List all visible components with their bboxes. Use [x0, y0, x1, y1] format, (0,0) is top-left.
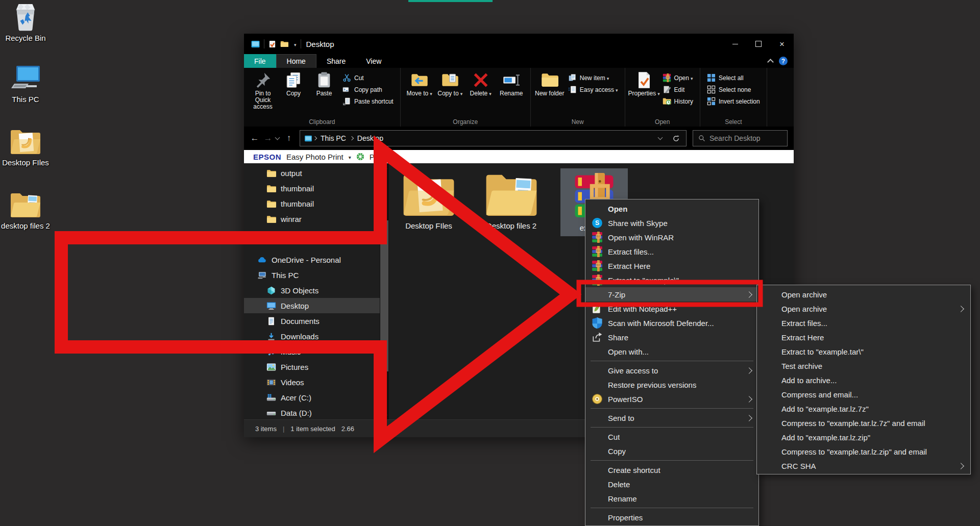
menu-item-add-to-example-tar-lz-7z[interactable]: Add to "example.tar.lz.7z" [757, 402, 970, 416]
scroll-up-icon[interactable] [380, 163, 389, 171]
ribbon-button-cut[interactable]: Cut [340, 72, 396, 83]
menu-item-extract-to-example[interactable]: Extract to "example\" [585, 273, 758, 287]
menu-item-crc-sha[interactable]: CRC SHA [757, 459, 970, 473]
menu-item-rename[interactable]: Rename [585, 491, 758, 506]
sidebar-item-winrar[interactable]: winrar [244, 211, 380, 227]
properties-quick-icon[interactable] [268, 40, 276, 48]
menu-item-add-to-example-tar-lz-zip[interactable]: Add to "example.tar.lz.zip" [757, 430, 970, 444]
menu-item-test-archive[interactable]: Test archive [757, 359, 970, 373]
menu-item-open-with[interactable]: Open with... [585, 344, 758, 359]
ribbon-button-select-none[interactable]: Select none [704, 84, 763, 95]
refresh-icon[interactable] [672, 135, 680, 142]
ribbon-button-move-to[interactable]: Move to [405, 70, 434, 97]
tab-view[interactable]: View [356, 54, 391, 68]
menu-item-open[interactable]: Open [585, 202, 758, 216]
address-bar[interactable]: This PCDesktop [300, 130, 687, 146]
tab-share[interactable]: Share [316, 54, 356, 68]
desktop-icon-desktop-files[interactable]: Desktop FIles [1, 128, 50, 167]
ribbon-button-new-item[interactable]: New item [566, 72, 621, 83]
tab-home[interactable]: Home [276, 54, 316, 68]
menu-item-add-to-archive[interactable]: Add to archive... [757, 373, 970, 387]
new-folder-quick-icon[interactable] [280, 40, 288, 47]
epson-print-icon[interactable] [356, 153, 364, 161]
ribbon-button-invert-selection[interactable]: Invert selection [704, 96, 763, 107]
sidebar-item-videos[interactable]: Videos [244, 374, 380, 390]
menu-item-extract-here[interactable]: Extract Here [585, 259, 758, 273]
menu-item-restore-previous-versions[interactable]: Restore previous versions [585, 378, 758, 392]
tree-scrollbar[interactable] [380, 163, 389, 420]
close-button[interactable]: × [770, 34, 794, 54]
sidebar-item-downloads[interactable]: Downloads [244, 329, 380, 344]
ribbon-button-pin-to-quick-access[interactable]: Pin to Quick access [248, 70, 278, 110]
ribbon-button-copy-to[interactable]: Copy to [435, 70, 465, 97]
sidebar-item-desktop[interactable]: Desktop [244, 298, 380, 313]
file-item-desktop-files[interactable]: Desktop FIles [395, 168, 462, 234]
address-dropdown-caret-icon[interactable] [658, 135, 663, 140]
ribbon-button-edit[interactable]: Edit [660, 84, 696, 95]
desktop-icon-recycle-bin[interactable]: Recycle Bin [1, 3, 50, 42]
sidebar-item-thumbnail[interactable]: thumbnail [244, 196, 380, 211]
menu-item-extract-to-example-tar[interactable]: Extract to "example.tar\" [757, 344, 970, 359]
help-icon[interactable]: ? [779, 57, 788, 65]
ribbon-button-select-all[interactable]: Select all [704, 72, 763, 83]
menu-item-open-archive[interactable]: Open archive [757, 287, 970, 302]
desktop-icon-this-pc[interactable]: This PC [1, 64, 50, 104]
sidebar-item-3d-objects[interactable]: 3D Objects [244, 283, 380, 298]
ribbon-button-copy[interactable]: Copy [279, 70, 308, 97]
menu-item-share[interactable]: Share [585, 330, 758, 344]
menu-item-open-with-winrar[interactable]: Open with WinRAR [585, 230, 758, 244]
menu-item-edit-with-notepad[interactable]: Edit with Notepad++ [585, 302, 758, 316]
epson-dropdown-caret-icon[interactable] [349, 152, 351, 161]
ribbon-button-new-folder[interactable]: New folder [535, 70, 565, 97]
menu-item-cut[interactable]: Cut [585, 430, 758, 444]
sidebar-item-pictures[interactable]: Pictures [244, 359, 380, 374]
sidebar-item-documents[interactable]: Documents [244, 313, 380, 329]
sidebar-item-thumbnail[interactable]: thumbnail [244, 181, 380, 196]
menu-item-extract-files[interactable]: Extract files... [757, 316, 970, 330]
sidebar-item-data-d[interactable]: Data (D:) [244, 405, 380, 420]
scroll-down-icon[interactable] [380, 412, 389, 420]
sidebar-item-output[interactable]: output [244, 165, 380, 181]
customize-toolbar-caret-icon[interactable] [292, 39, 297, 48]
minimize-button[interactable] [723, 34, 747, 54]
ribbon-button-open[interactable]: Open [660, 72, 696, 83]
tab-file[interactable]: File [244, 54, 276, 68]
scrollbar-thumb[interactable] [380, 220, 388, 371]
menu-item-share-with-skype[interactable]: SShare with Skype [585, 216, 758, 230]
up-button[interactable]: ↑ [282, 133, 296, 143]
desktop-icon-desktop-files-2[interactable]: desktop files 2 [1, 191, 50, 230]
menu-item-copy[interactable]: Copy [585, 444, 758, 458]
search-box[interactable]: Search Desktop [693, 130, 788, 146]
menu-item-delete[interactable]: Delete [585, 477, 758, 491]
maximize-button[interactable] [747, 34, 770, 54]
ribbon-button-paste[interactable]: Paste [309, 70, 339, 97]
menu-item-send-to[interactable]: Send to [585, 411, 758, 425]
back-button[interactable]: ← [248, 133, 261, 143]
menu-item-compress-to-example-tar-lz-zip-and-email[interactable]: Compress to "example.tar.lz.zip" and ema… [757, 444, 970, 459]
epson-toolbar-label[interactable]: Easy Photo Print [286, 153, 344, 161]
sidebar-item-onedrive-personal[interactable]: OneDrive - Personal [244, 252, 380, 267]
sidebar-item-this-pc[interactable]: This PC [244, 267, 380, 283]
ribbon-button-history[interactable]: History [660, 96, 696, 107]
menu-item-open-archive[interactable]: Open archive [757, 302, 970, 316]
ribbon-button-copy-path[interactable]: Copy path [340, 84, 396, 95]
ribbon-button-properties[interactable]: Properties [629, 70, 659, 97]
ribbon-button-delete[interactable]: Delete [466, 70, 496, 97]
breadcrumb-segment-desktop[interactable]: Desktop [354, 134, 386, 142]
menu-item-give-access-to[interactable]: Give access to [585, 363, 758, 378]
menu-item-compress-and-email[interactable]: Compress and email... [757, 387, 970, 402]
menu-item-poweriso[interactable]: PowerISO [585, 392, 758, 406]
menu-item-create-shortcut[interactable]: Create shortcut [585, 463, 758, 477]
menu-item-extract-here[interactable]: Extract Here [757, 330, 970, 344]
menu-item-compress-to-example-tar-lz-7z-and-email[interactable]: Compress to "example.tar.lz.7z" and emai… [757, 416, 970, 430]
menu-item-extract-files[interactable]: Extract files... [585, 244, 758, 259]
sidebar-item-music[interactable]: Music [244, 344, 380, 359]
sidebar-item-acer-c[interactable]: Acer (C:) [244, 390, 380, 405]
menu-item-7-zip[interactable]: 7-Zip [585, 287, 758, 302]
sidebar-item-item[interactable] [244, 227, 380, 242]
menu-item-scan-with-microsoft-defender[interactable]: Scan with Microsoft Defender... [585, 316, 758, 330]
forward-button[interactable]: → [261, 133, 275, 143]
recent-locations-caret-icon[interactable] [275, 135, 280, 140]
breadcrumb-segment-this-pc[interactable]: This PC [317, 134, 349, 142]
ribbon-button-easy-access[interactable]: Easy access [566, 84, 621, 95]
